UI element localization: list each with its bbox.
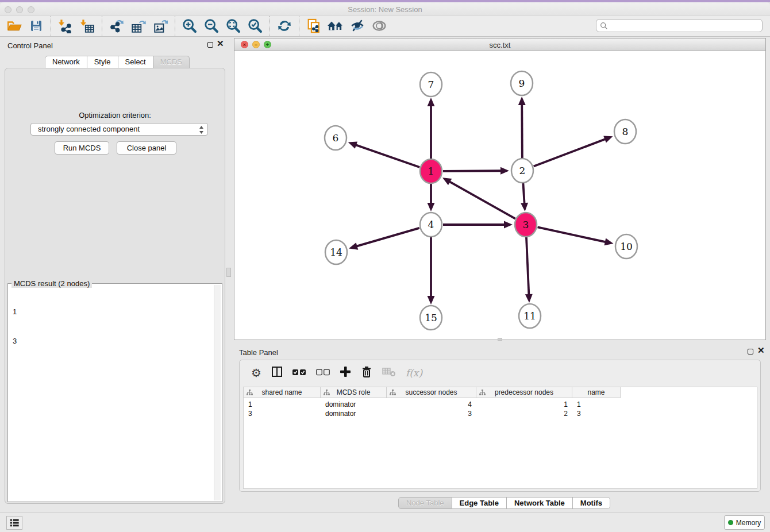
column-header-shared-name[interactable]: shared name [244,387,321,398]
zoom-fit-button[interactable] [222,17,244,35]
float-table-panel-icon[interactable] [748,349,753,354]
save-session-button[interactable] [25,17,47,35]
network-titlebar[interactable]: × − + scc.txt [234,38,765,51]
hide-graphics-details-button[interactable] [346,17,368,35]
column-header-predecessor-nodes[interactable]: predecessor nodes [476,387,572,398]
export-image-button[interactable] [149,17,171,35]
close-panel-button[interactable]: Close panel [117,141,176,155]
tab-network-table[interactable]: Network Table [507,497,573,509]
zoom-out-button[interactable] [201,17,222,35]
graph-node-15[interactable]: 15 [420,306,442,330]
search-input[interactable] [608,21,762,31]
cell-mcds-role[interactable]: dominator [321,400,387,409]
add-column-button[interactable] [340,366,351,380]
delete-table-button[interactable] [382,367,396,379]
plus-icon [340,366,351,377]
graph-node-2[interactable]: 2 [511,159,533,183]
edge-arrowhead [428,296,435,304]
graph-node-6[interactable]: 6 [325,126,346,150]
column-type-icon [479,390,486,396]
export-network-button[interactable] [106,17,128,35]
memory-button[interactable]: Memory [724,515,765,530]
cell-successor-nodes[interactable]: 4 [387,400,476,409]
graph-edge-2-3[interactable] [523,183,524,204]
task-history-button[interactable] [6,516,22,530]
tab-style[interactable]: Style [87,56,118,68]
search-box[interactable] [596,19,763,32]
graph-node-1[interactable]: 1 [420,159,442,183]
tab-mcds[interactable]: MCDS [153,56,190,68]
tab-motifs[interactable]: Motifs [573,497,610,509]
column-header-successor-nodes[interactable]: successor nodes [387,387,476,398]
graph-node-7[interactable]: 7 [420,72,442,97]
edge-arrowhead [428,98,435,106]
graph-node-8[interactable]: 8 [614,119,636,144]
open-session-button[interactable] [3,17,25,35]
optimization-criterion-label: Optimization criterion: [5,111,225,119]
cell-name[interactable]: 3 [572,409,621,418]
deselect-all-columns-button[interactable] [316,368,330,378]
graph-edge-3-11[interactable] [526,237,529,295]
graph-edge-1-2[interactable] [443,171,502,171]
tab-network[interactable]: Network [45,56,87,68]
node-label: 7 [428,79,434,90]
cell-shared-name[interactable]: 1 [244,400,321,409]
zoom-in-button[interactable] [179,17,201,35]
table-panel-header: Table Panel ✕ [234,344,766,361]
tab-node-table[interactable]: Node Table [398,497,452,509]
graph-node-14[interactable]: 14 [325,240,347,264]
show-graphics-details-button[interactable] [368,17,390,35]
graph-edge-1-6[interactable] [355,145,419,167]
node-label: 10 [620,241,633,252]
duplicate-network-button[interactable] [303,17,325,35]
close-table-panel-icon[interactable]: ✕ [757,345,765,356]
edge-arrowhead [349,242,358,249]
cell-name[interactable]: 1 [572,400,621,409]
delete-columns-button[interactable] [361,365,372,380]
column-header-name[interactable]: name [572,387,621,398]
graph-node-3[interactable]: 3 [515,213,537,237]
graph-edge-3-1[interactable] [449,182,515,219]
cell-mcds-role[interactable]: dominator [321,409,387,418]
refresh-layout-button[interactable] [274,17,295,35]
result-scrollbar[interactable] [214,285,221,500]
table-row[interactable]: 3 dominator 3 2 3 [244,409,621,418]
control-panel-title: Control Panel [7,41,53,50]
graph-node-11[interactable]: 11 [519,304,541,328]
graph-edge-4-14[interactable] [356,228,419,246]
cell-successor-nodes[interactable]: 3 [387,409,476,418]
cell-predecessor-nodes[interactable]: 1 [476,400,572,409]
import-network-button[interactable] [55,17,76,35]
cell-shared-name[interactable]: 3 [244,409,321,418]
graph-edge-2-9[interactable] [522,104,522,159]
import-table-icon [80,18,95,33]
close-panel-icon[interactable]: ✕ [217,38,224,49]
delete-table-icon [382,367,396,377]
criterion-dropdown[interactable]: strongly connected component [30,123,208,136]
window-resize-handle[interactable] [498,338,502,341]
tab-select[interactable]: Select [118,56,153,68]
export-table-button[interactable] [128,17,149,35]
network-overview-button[interactable] [325,17,346,35]
panel-splitter-handle[interactable] [226,268,231,277]
main-titlebar: Session: New Session [0,2,770,16]
table-settings-button[interactable]: ⚙ [251,367,261,379]
split-columns-button[interactable] [271,366,283,380]
run-mcds-button[interactable]: Run MCDS [55,141,109,155]
split-columns-icon [271,366,283,377]
apply-function-button[interactable]: f(x) [406,367,422,379]
tab-edge-table[interactable]: Edge Table [452,497,507,509]
table-row[interactable]: 1 dominator 4 1 1 [244,400,621,409]
network-canvas[interactable]: 7968124314101511 [234,51,765,340]
graph-node-10[interactable]: 10 [615,234,637,259]
import-table-button[interactable] [76,17,98,35]
graph-node-9[interactable]: 9 [511,71,533,95]
zoom-selected-button[interactable] [244,17,266,35]
graph-edge-2-8[interactable] [534,139,606,167]
cell-predecessor-nodes[interactable]: 2 [476,409,572,418]
float-panel-icon[interactable] [207,42,213,48]
graph-edge-3-10[interactable] [538,227,606,242]
select-all-columns-button[interactable] [292,368,306,378]
graph-node-4[interactable]: 4 [420,213,442,237]
column-header-mcds-role[interactable]: MCDS role [321,387,387,398]
